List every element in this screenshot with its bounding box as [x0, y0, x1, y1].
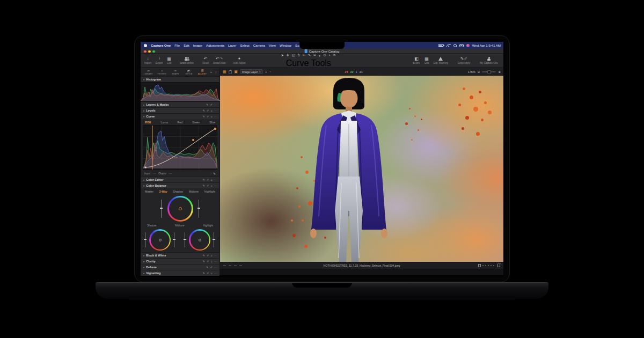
panel-header-layers-masks[interactable]: ▸ Layers & Masks ✎ ✐ ⋯: [141, 101, 219, 107]
tab-library[interactable]: ▱ LIBRARY: [142, 69, 155, 75]
panel-header-histogram[interactable]: ▾ Histogram ⋯: [141, 76, 219, 82]
export-button[interactable]: ↑ Export: [153, 54, 165, 67]
rating-dot[interactable]: [485, 265, 486, 266]
tool-draw-mask-icon[interactable]: ✎: [308, 53, 311, 57]
tab-adjust[interactable]: ☰ ADJUST: [196, 69, 209, 75]
share-online-button[interactable]: Share online: [178, 54, 196, 67]
tab-tether[interactable]: ⌁ TETHER: [156, 69, 168, 75]
panel-header-color-balance[interactable]: ▾ Color Balance ✎ ✐ ≡ ⋯: [141, 182, 219, 188]
cb-tab-master[interactable]: Master: [145, 190, 153, 193]
cull-button[interactable]: ▦ Cull: [165, 54, 173, 67]
panel-header-color-editor[interactable]: ▸ Color Editor ✎ ✐ ≡ ⋯: [141, 177, 219, 182]
brush-icon[interactable]: ✐: [207, 179, 209, 181]
import-button[interactable]: ↓ Import: [142, 54, 153, 67]
more-icon[interactable]: ⋯: [214, 266, 217, 269]
more-tabs-icon[interactable]: »: [210, 70, 213, 74]
brush-icon[interactable]: ✐: [210, 266, 213, 269]
midtone-color-wheel[interactable]: [167, 196, 193, 222]
eyedropper-icon[interactable]: ✎: [203, 254, 205, 257]
shadow-right-slider[interactable]: [174, 232, 174, 247]
eyedropper-icon[interactable]: ✎: [206, 104, 208, 106]
close-window-button[interactable]: [144, 50, 147, 53]
menu-camera[interactable]: Camera: [253, 43, 265, 47]
menu-app-name[interactable]: Capture One: [151, 43, 171, 47]
curve-picker-icon[interactable]: ✎: [213, 172, 216, 175]
more-icon[interactable]: ⋯: [214, 179, 217, 181]
undo-redo-button[interactable]: ↶↷ Undo/Redo: [211, 54, 228, 67]
rating-dot[interactable]: [488, 265, 489, 266]
curve-tab-luma[interactable]: Luma: [161, 121, 168, 124]
menu-edit[interactable]: Edit: [184, 43, 189, 47]
control-center-icon[interactable]: [459, 44, 464, 47]
zoom-in-icon[interactable]: ⊕: [498, 70, 501, 74]
eyedropper-icon[interactable]: ✎: [203, 179, 205, 181]
curve-tab-green[interactable]: Green: [192, 121, 200, 124]
cb-tab-shadow[interactable]: Shadow: [173, 190, 183, 193]
brush-icon[interactable]: ✐: [207, 254, 209, 257]
shadow-left-slider[interactable]: [145, 232, 145, 247]
color-tag-icon[interactable]: [478, 264, 481, 267]
tool-gradient-mask-icon[interactable]: ◐: [319, 54, 321, 57]
eyedropper-icon[interactable]: ✎: [203, 260, 205, 263]
menu-window[interactable]: Window: [280, 43, 291, 47]
shadow-color-wheel[interactable]: [149, 229, 171, 251]
tool-picker-icon[interactable]: ⌖: [328, 53, 331, 57]
auto-adjust-button[interactable]: ✦ Auto Adjust: [231, 54, 247, 67]
rating-dot[interactable]: [491, 265, 492, 266]
panel-header-dehaze[interactable]: ▸ Dehaze ✎ ✐ ⋯: [141, 264, 219, 270]
cb-tab-highlight[interactable]: Highlight: [204, 190, 215, 193]
copy-apply-button[interactable]: ✎✐ Copy/Apply: [456, 54, 473, 67]
eyedropper-icon[interactable]: ✎: [203, 115, 205, 118]
exposure-warning-button[interactable]: Exp. Warning: [431, 54, 450, 67]
tab-options-icon[interactable]: ⋮: [214, 70, 218, 74]
tool-erase-mask-icon[interactable]: ✏: [313, 53, 316, 57]
highlight-wheel-marker[interactable]: [199, 239, 201, 241]
more-icon[interactable]: ⋯: [214, 78, 217, 81]
cb-tab-3way[interactable]: 3-Way: [159, 190, 167, 193]
tool-rotate-icon[interactable]: ↻: [297, 53, 300, 57]
tool-heal-icon[interactable]: ✂: [303, 53, 305, 57]
brush-icon[interactable]: ✐: [207, 115, 209, 118]
preset-icon[interactable]: ≡: [211, 109, 213, 112]
shadow-wheel-marker[interactable]: [159, 239, 162, 241]
more-icon[interactable]: ⋯: [214, 272, 217, 275]
menu-select[interactable]: Select: [240, 43, 250, 47]
zoom-window-button[interactable]: [152, 50, 155, 53]
tool-pan-icon[interactable]: ✚: [287, 53, 289, 57]
panel-header-black-white[interactable]: ▸ Black & White ✎ ✐ ≡ ⋯: [141, 252, 219, 258]
curve-graph[interactable]: [143, 125, 217, 170]
nav-prev-icon[interactable]: [223, 266, 226, 267]
layer-dropdown[interactable]: Image Layer ⇅: [240, 69, 263, 74]
reset-button[interactable]: ↶ Reset: [200, 54, 211, 67]
panel-header-levels[interactable]: ▸ Levels ✎ ✐ ≡ ⋯: [141, 107, 219, 113]
more-icon[interactable]: ⋯: [214, 254, 217, 257]
more-icon[interactable]: ⋯: [214, 260, 217, 263]
highlight-right-slider[interactable]: [214, 232, 214, 247]
tool-annotate-icon[interactable]: ✑: [333, 53, 335, 57]
brush-icon[interactable]: ✐: [210, 104, 213, 106]
midtone-wheel-marker[interactable]: [179, 207, 182, 210]
more-icon[interactable]: ⋯: [214, 104, 217, 106]
preset-icon[interactable]: ≡: [211, 179, 213, 181]
panel-header-clarity[interactable]: ▸ Clarity ✎ ✐ ≡ ⋯: [141, 258, 219, 264]
menu-view[interactable]: View: [269, 43, 276, 47]
before-toggle-button[interactable]: ◧ Before: [411, 54, 422, 67]
zoom-level[interactable]: 176%: [468, 70, 475, 74]
rating-dot[interactable]: [482, 265, 484, 266]
brush-icon[interactable]: ✐: [207, 109, 209, 112]
eyedropper-icon[interactable]: ✎: [203, 272, 205, 275]
more-icon[interactable]: ⋯: [214, 185, 217, 187]
single-view-icon[interactable]: ▢: [229, 70, 232, 74]
more-icon[interactable]: ⋯: [214, 109, 217, 112]
panel-header-curve[interactable]: ▾ Curve ✎ ✐ ≡ ⋯: [141, 113, 219, 119]
highlight-left-slider[interactable]: [185, 232, 185, 247]
nav-next-icon[interactable]: [229, 266, 231, 267]
menu-layer[interactable]: Layer: [228, 43, 236, 47]
eyedropper-icon[interactable]: ✎: [206, 266, 208, 269]
preset-icon[interactable]: ≡: [211, 272, 213, 275]
rating-dot[interactable]: [493, 265, 494, 266]
photo-canvas[interactable]: [220, 76, 503, 262]
proof-view-icon[interactable]: ▣: [234, 70, 238, 74]
tool-crop-icon[interactable]: ◱: [291, 53, 295, 57]
tool-radial-mask-icon[interactable]: ⊙: [323, 53, 326, 57]
